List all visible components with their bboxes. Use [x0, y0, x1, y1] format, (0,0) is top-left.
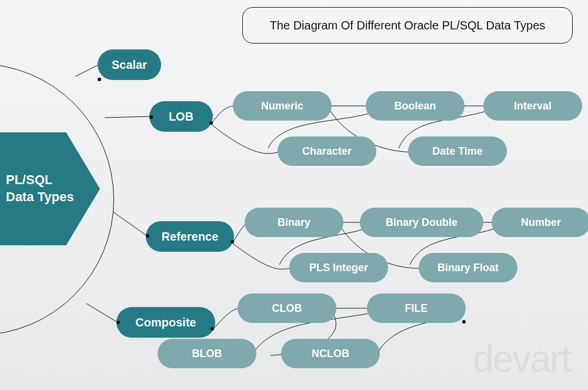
leaf-file-label: FILE: [405, 302, 428, 315]
leaf-number: Number: [492, 208, 588, 237]
watermark: devart: [473, 337, 570, 381]
category-lob-label: LOB: [169, 110, 193, 124]
category-reference: Reference: [146, 221, 234, 252]
category-composite: Composite: [116, 307, 215, 338]
leaf-pls-integer-label: PLS Integer: [309, 262, 368, 274]
svg-line-3: [86, 304, 118, 322]
diagram-canvas: The Diagram Of Different Oracle PL/SQL D…: [0, 0, 588, 390]
leaf-numeric: Numeric: [233, 91, 332, 121]
connector-dot: [116, 321, 120, 324]
leaf-binary-double: Binary Double: [360, 208, 483, 237]
leaf-interval: Interval: [483, 91, 582, 121]
svg-line-0: [75, 65, 99, 76]
leaf-blob: BLOB: [158, 339, 256, 368]
category-lob: LOB: [149, 101, 213, 132]
title-text: The Diagram Of Different Oracle PL/SQL D…: [270, 19, 546, 32]
leaf-blob-label: BLOB: [192, 348, 222, 360]
category-composite-label: Composite: [135, 316, 196, 329]
svg-line-2: [113, 212, 147, 236]
leaf-binary-double-label: Binary Double: [386, 216, 457, 229]
connector-dot: [146, 234, 149, 238]
root-line2: Data Types: [6, 189, 74, 204]
connector-dot: [230, 240, 234, 244]
connector-dot: [211, 327, 214, 331]
leaf-nclob: NCLOB: [281, 339, 380, 368]
category-scalar: Scalar: [98, 49, 161, 80]
category-reference-label: Reference: [162, 230, 219, 244]
connector-dot: [209, 121, 213, 125]
leaf-pls-integer: PLS Integer: [289, 253, 388, 282]
connector-dot: [98, 78, 101, 81]
leaf-binary-label: Binary: [278, 216, 310, 229]
leaf-character-label: Character: [302, 145, 352, 158]
leaf-character: Character: [278, 136, 376, 166]
leaf-clob: CLOB: [238, 294, 336, 323]
leaf-binary-float-label: Binary Float: [437, 262, 499, 274]
leaf-number-label: Number: [521, 216, 561, 229]
leaf-interval-label: Interval: [514, 100, 552, 112]
connector-dot: [149, 115, 153, 119]
leaf-boolean: Boolean: [366, 91, 465, 121]
diagram-title: The Diagram Of Different Oracle PL/SQL D…: [242, 7, 573, 44]
root-line1: PL/SQL: [6, 172, 52, 187]
leaf-numeric-label: Numeric: [261, 100, 303, 112]
category-scalar-label: Scalar: [112, 58, 147, 72]
connector-dot: [462, 320, 466, 324]
svg-line-1: [105, 116, 150, 118]
leaf-binary: Binary: [245, 208, 343, 237]
watermark-text: devart: [473, 338, 570, 380]
leaf-datetime: Date Time: [408, 136, 507, 166]
leaf-clob-label: CLOB: [272, 302, 302, 315]
leaf-nclob-label: NCLOB: [312, 348, 349, 360]
leaf-binary-float: Binary Float: [419, 253, 517, 282]
leaf-file: FILE: [367, 294, 466, 323]
leaf-boolean-label: Boolean: [394, 100, 436, 112]
leaf-datetime-label: Date Time: [432, 145, 483, 158]
